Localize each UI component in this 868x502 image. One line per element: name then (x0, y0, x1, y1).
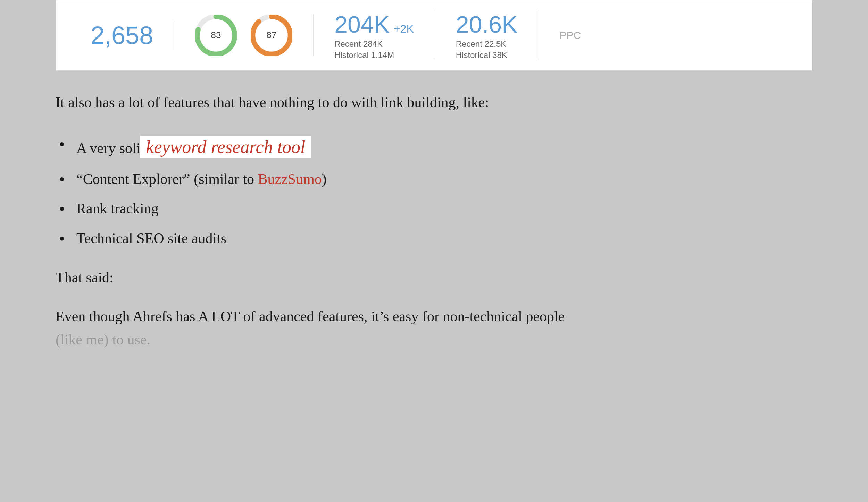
content-area: It also has a lot of features that have … (0, 71, 868, 379)
organic-recent-value: 284K (363, 39, 383, 49)
ppc-block: PPC (539, 29, 602, 41)
organic-historical-label: Historical (334, 50, 369, 60)
bottom-paragraph: Even though Ahrefs has A LOT of advanced… (56, 305, 812, 351)
page-container: 2,658 83 87 204K (0, 0, 868, 502)
bottom-main-text: Even though Ahrefs has A LOT of advanced… (56, 308, 565, 324)
ring-1-svg: 83 (195, 15, 237, 56)
keywords-recent-row: Recent 22.5K (456, 39, 518, 49)
keywords-recent-value: 22.5K (485, 39, 507, 49)
bullet-item-1: A very solikeyword research tool (56, 133, 812, 161)
ring-2-wrapper: 87 (251, 15, 292, 56)
organic-traffic-delta: +2K (394, 23, 414, 35)
bullet-item-2: “Content Explorer” (similar to BuzzSumo) (56, 168, 812, 191)
organic-historical-row: Historical 1.14M (334, 50, 414, 60)
buzzsumo-link[interactable]: BuzzSumo (258, 171, 322, 187)
keywords-main: 20.6K (456, 11, 518, 38)
metrics-card: 2,658 83 87 204K (56, 0, 812, 71)
ppc-label: PPC (560, 29, 581, 41)
links-metric: 2,658 (70, 21, 174, 50)
keywords-block: 20.6K Recent 22.5K Historical 38K (435, 11, 539, 60)
organic-traffic-block: 204K +2K Recent 284K Historical 1.14M (314, 11, 435, 60)
organic-recent-label: Recent (334, 39, 361, 49)
ring-2-svg: 87 (251, 15, 292, 56)
bullet-item-3: Rank tracking (56, 197, 812, 220)
organic-recent-row: Recent 284K (334, 39, 414, 49)
bullet-1-prefix: A very soli (76, 140, 140, 156)
keyword-highlight: keyword research tool (140, 136, 311, 158)
intro-paragraph: It also has a lot of features that have … (56, 92, 812, 113)
keywords-recent-label: Recent (456, 39, 482, 49)
feature-list: A very solikeyword research tool “Conten… (56, 133, 812, 250)
ring-1-wrapper: 83 (195, 15, 237, 56)
keywords-historical-label: Historical (456, 50, 490, 60)
keywords-historical-value: 38K (492, 50, 507, 60)
links-count: 2,658 (91, 21, 153, 50)
ring-1-label: 83 (211, 30, 221, 40)
organic-traffic-main: 204K (334, 11, 390, 38)
ring-2-label: 87 (267, 30, 277, 40)
bottom-muted-text: (like me) to use. (56, 332, 150, 348)
ring-gauges: 83 87 (174, 15, 314, 56)
bullet-item-4: Technical SEO site audits (56, 227, 812, 250)
organic-historical-value: 1.14M (371, 50, 394, 60)
that-said-paragraph: That said: (56, 269, 812, 286)
keywords-historical-row: Historical 38K (456, 50, 518, 60)
